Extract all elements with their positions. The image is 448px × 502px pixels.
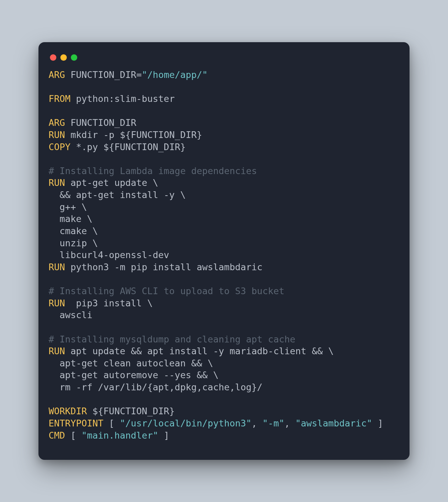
- token-txt: apt-get clean autoclean && \: [49, 358, 213, 368]
- token-txt: apt update && apt install -y mariadb-cli…: [65, 346, 334, 356]
- traffic-lights: [49, 52, 399, 69]
- code-window: ARG FUNCTION_DIR="/home/app/" FROM pytho…: [38, 42, 410, 460]
- token-txt: ]: [158, 430, 169, 441]
- token-kw: ARG: [49, 117, 65, 128]
- token-kw: ARG: [49, 69, 65, 80]
- token-txt: libcurl4-openssl-dev: [49, 250, 169, 260]
- token-str: "-m": [262, 418, 284, 428]
- token-cm: # Installing AWS CLI to upload to S3 buc…: [49, 286, 284, 296]
- token-kw: RUN: [49, 346, 65, 356]
- token-str: "/usr/local/bin/python3": [120, 418, 251, 428]
- token-txt: ]: [372, 418, 383, 428]
- token-txt: make \: [49, 214, 92, 224]
- token-cm: # Installing mysqldump and cleaning apt …: [49, 334, 296, 344]
- close-icon[interactable]: [50, 54, 56, 61]
- token-txt: [: [65, 430, 82, 441]
- token-txt: FUNCTION_DIR: [65, 117, 136, 128]
- token-txt: python3 -m pip install awslambdaric: [65, 262, 262, 272]
- token-kw: RUN: [49, 130, 65, 140]
- token-kw: COPY: [49, 142, 71, 152]
- code-block: ARG FUNCTION_DIR="/home/app/" FROM pytho…: [49, 69, 399, 441]
- token-cm: # Installing Lambda image dependencies: [49, 166, 257, 176]
- token-kw: FROM: [49, 93, 71, 104]
- token-str: "main.handler": [82, 430, 159, 441]
- token-kw: WORKDIR: [49, 406, 87, 416]
- token-txt: cmake \: [49, 226, 98, 236]
- token-txt: && apt-get install -y \: [49, 190, 186, 200]
- token-kw: RUN: [49, 262, 65, 272]
- token-txt: g++ \: [49, 202, 87, 212]
- token-txt: ,: [284, 418, 296, 428]
- token-txt: *.py ${FUNCTION_DIR}: [71, 142, 186, 152]
- token-txt: python:slim-buster: [71, 93, 175, 104]
- token-txt: ${FUNCTION_DIR}: [87, 406, 175, 416]
- token-str: "/home/app/": [142, 69, 207, 80]
- token-txt: ,: [251, 418, 262, 428]
- token-txt: FUNCTION_DIR=: [65, 69, 142, 80]
- token-kw: CMD: [49, 430, 65, 441]
- token-txt: unzip \: [49, 238, 98, 248]
- token-txt: [: [104, 418, 120, 428]
- token-kw: ENTRYPOINT: [49, 418, 104, 428]
- minimize-icon[interactable]: [60, 54, 67, 61]
- maximize-icon[interactable]: [71, 54, 77, 61]
- token-str: "awslambdaric": [296, 418, 372, 428]
- token-kw: RUN: [49, 298, 65, 308]
- token-txt: apt-get autoremove --yes && \: [49, 370, 219, 380]
- token-txt: pip3 install \: [65, 298, 153, 308]
- token-txt: awscli: [49, 310, 92, 320]
- token-kw: RUN: [49, 177, 65, 188]
- token-txt: apt-get update \: [65, 177, 158, 188]
- token-txt: mkdir -p ${FUNCTION_DIR}: [65, 130, 202, 140]
- token-txt: rm -rf /var/lib/{apt,dpkg,cache,log}/: [49, 382, 262, 392]
